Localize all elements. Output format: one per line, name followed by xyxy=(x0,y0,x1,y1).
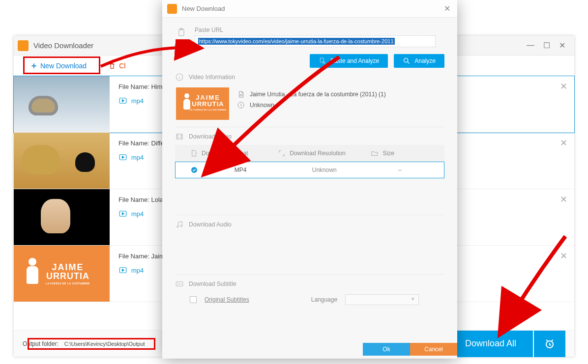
video-icon xyxy=(118,96,127,105)
video-title-row: Jaime Urrutia - La fuerza de la costumbr… xyxy=(237,90,444,98)
ok-button[interactable]: Ok xyxy=(363,343,410,356)
language-label: Language xyxy=(311,296,337,303)
thumbnail xyxy=(14,76,110,132)
analyze-button[interactable]: Analyze xyxy=(394,54,444,68)
folder-icon xyxy=(371,149,379,157)
remove-item-button[interactable]: ✕ xyxy=(560,194,567,205)
document-icon xyxy=(237,90,245,98)
svg-point-9 xyxy=(404,58,408,62)
svg-point-13 xyxy=(191,167,197,173)
video-icon xyxy=(118,266,127,275)
alarm-icon xyxy=(544,338,556,350)
svg-point-8 xyxy=(323,61,325,63)
new-download-dialog: New Download ✕ Paste URL https://www.tok… xyxy=(162,0,457,359)
original-subtitles-label: Original Subtitles xyxy=(205,296,249,303)
original-subtitles-checkbox[interactable] xyxy=(190,296,197,303)
dialog-titlebar: New Download ✕ xyxy=(162,0,457,18)
maximize-button[interactable]: ☐ xyxy=(543,41,550,50)
clear-button[interactable]: Cl xyxy=(108,62,125,70)
expand-icon xyxy=(278,149,286,157)
video-thumbnail: JAIME URRUTIA LA FUERZA DE LA COSTUMBRE xyxy=(176,87,229,120)
remove-item-button[interactable]: ✕ xyxy=(560,251,567,261)
format-table-header: Download Format Download Resolution Size xyxy=(175,145,444,162)
dialog-footer: Ok Cancel xyxy=(162,343,457,359)
app-logo-icon xyxy=(18,40,29,51)
language-select[interactable] xyxy=(345,294,419,305)
video-icon xyxy=(118,209,127,218)
cancel-button[interactable]: Cancel xyxy=(410,343,457,356)
download-all-button[interactable]: Download All xyxy=(448,331,533,357)
video-duration-row: Unknown xyxy=(237,101,444,109)
doc-icon xyxy=(190,149,198,157)
thumbnail: JAIME URRUTIA LA FUERZA DE LA COSTUMBRE xyxy=(14,246,110,302)
svg-text:CC: CC xyxy=(177,282,182,285)
remove-item-button[interactable]: ✕ xyxy=(560,81,567,92)
cc-icon: CC xyxy=(175,280,184,288)
info-icon xyxy=(175,73,184,82)
trash-icon xyxy=(108,62,116,70)
dialog-title: New Download xyxy=(182,5,442,12)
dialog-close-button[interactable]: ✕ xyxy=(442,4,452,13)
thumbnail xyxy=(14,189,110,245)
download-audio-header: Download Audio xyxy=(175,220,444,229)
paste-url-label: Paste URL xyxy=(195,27,444,33)
schedule-button[interactable] xyxy=(534,331,565,357)
format-row[interactable]: MP4 Unknown -- xyxy=(175,162,444,178)
video-icon xyxy=(118,153,127,162)
svg-point-14 xyxy=(177,226,178,227)
svg-rect-7 xyxy=(320,58,323,62)
film-icon xyxy=(175,132,184,141)
output-folder-label: Output folder: xyxy=(23,340,59,347)
format-checked-icon xyxy=(190,166,203,174)
svg-point-15 xyxy=(180,225,182,227)
download-video-header: Download Video xyxy=(175,132,444,141)
url-input[interactable]: https://www.tokyvideo.com/es/video/jaime… xyxy=(195,35,436,47)
clipboard-icon xyxy=(175,27,188,37)
remove-item-button[interactable]: ✕ xyxy=(560,138,567,148)
output-folder-path[interactable]: C:\Users\Kevincy\Desktop\Output xyxy=(61,339,148,348)
video-info-header: Video Information xyxy=(175,73,444,82)
svg-rect-12 xyxy=(176,134,182,140)
dialog-logo-icon xyxy=(167,4,177,14)
minimize-button[interactable]: — xyxy=(527,41,534,50)
clear-label: Cl xyxy=(119,62,125,70)
clipboard-search-icon xyxy=(319,57,326,65)
new-download-button[interactable]: New Download xyxy=(24,59,93,73)
paste-and-analyze-button[interactable]: Paste and Analyze xyxy=(310,54,388,68)
search-icon xyxy=(403,57,411,65)
new-download-label: New Download xyxy=(40,62,87,70)
music-icon xyxy=(175,220,184,229)
close-button[interactable]: ✕ xyxy=(559,41,565,50)
download-subtitle-header: CC Download Subtitle xyxy=(175,280,444,288)
thumbnail xyxy=(14,133,110,189)
clock-icon xyxy=(237,101,245,109)
plus-icon xyxy=(30,62,37,69)
